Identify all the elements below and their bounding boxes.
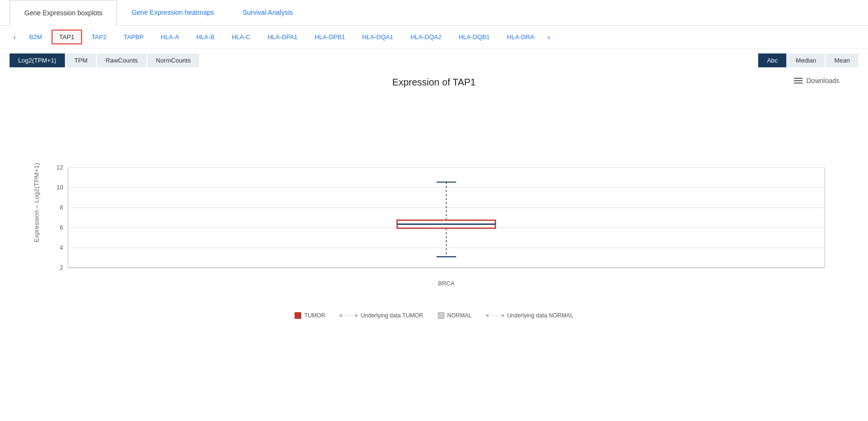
y-tick-4: 4 — [60, 244, 63, 251]
gene-tab-hla-b[interactable]: HLA-B — [189, 30, 222, 44]
gene-tab-hla-a[interactable]: HLA-A — [153, 30, 187, 44]
gene-tabs-list: B2MTAP1TAP2TAPBPHLA-AHLA-BHLA-CHLA-DPA1H… — [21, 30, 542, 44]
y-tick-6: 6 — [60, 224, 63, 231]
underlying-normal-dot — [486, 314, 489, 317]
nav-gene-expression-heatmaps[interactable]: Gene Expression heatmaps — [117, 0, 228, 25]
underlying-tumor-dot — [339, 314, 342, 317]
gene-tab-hla-dra[interactable]: HLA-DRA — [499, 30, 542, 44]
x-axis-label: BRCA — [438, 280, 455, 287]
legend-normal-box — [438, 312, 445, 319]
gene-tabs-container: ‹ B2MTAP1TAP2TAPBPHLA-AHLA-BHLA-CHLA-DPA… — [0, 26, 868, 49]
underlying-normal-dot2 — [501, 314, 504, 317]
gene-tabs-next-arrow[interactable]: › — [544, 31, 554, 43]
y-tick-10: 10 — [56, 184, 63, 191]
nav-gene-expression-boxplots[interactable]: Gene Expression boxplots — [10, 0, 117, 26]
gene-tab-hla-dpb1[interactable]: HLA-DPB1 — [307, 30, 353, 44]
underlying-tumor-dot2 — [355, 314, 358, 317]
gene-tab-hla-dqa1[interactable]: HLA-DQA1 — [355, 30, 401, 44]
legend-underlying-normal: Underlying data NORMAL — [486, 312, 573, 319]
chart-container: Expression – Log2(TPM+1) 2 4 6 8 10 12 — [29, 97, 839, 298]
legend-underlying-tumor-label: Underlying data TUMOR — [360, 312, 423, 319]
legend-normal-label: NORMAL — [447, 312, 472, 319]
legend-underlying-normal-label: Underlying data NORMAL — [507, 312, 573, 319]
controls-row: Log2(TPM+1)TPMRawCountsNormCounts AbcMed… — [0, 49, 868, 72]
data-type-btn-rawcounts[interactable]: RawCounts — [97, 53, 146, 67]
downloads-label: Downloads — [806, 77, 839, 84]
sort-btn-abc[interactable]: Abc — [758, 53, 786, 67]
chart-svg: Expression – Log2(TPM+1) 2 4 6 8 10 12 — [29, 97, 839, 298]
gene-tab-hla-c[interactable]: HLA-C — [224, 30, 258, 44]
y-tick-12: 12 — [56, 164, 63, 171]
downloads-button[interactable]: Downloads — [794, 77, 839, 84]
data-type-btn-normcounts[interactable]: NormCounts — [148, 53, 200, 67]
downloads-icon — [794, 78, 803, 84]
data-type-btn-log2tpm[interactable]: Log2(TPM+1) — [10, 53, 65, 67]
gene-tab-hla-dqb1[interactable]: HLA-DQB1 — [451, 30, 498, 44]
legend-tumor-box — [295, 312, 301, 319]
top-navigation: Gene Expression boxplots Gene Expression… — [0, 0, 868, 26]
gene-tab-tap1[interactable]: TAP1 — [52, 30, 82, 44]
gene-tab-tap2[interactable]: TAP2 — [84, 30, 115, 44]
data-type-btn-tpm[interactable]: TPM — [66, 53, 96, 67]
gene-tab-hla-dqa2[interactable]: HLA-DQA2 — [403, 30, 449, 44]
legend-row: TUMOR Underlying data TUMOR NORMAL Under… — [0, 312, 868, 319]
chart-title: Expression of TAP1 — [29, 77, 839, 88]
legend-tumor-label: TUMOR — [304, 312, 325, 319]
underlying-tumor-line — [344, 316, 353, 316]
nav-survival-analysis[interactable]: Survival Analysis — [228, 0, 307, 25]
gene-tab-tapbp[interactable]: TAPBP — [116, 30, 151, 44]
chart-area: Expression of TAP1 Downloads Expression … — [0, 72, 868, 307]
legend-underlying-tumor: Underlying data TUMOR — [339, 312, 423, 319]
gene-tab-b2m[interactable]: B2M — [21, 30, 50, 44]
gene-tabs-prev-arrow[interactable]: ‹ — [10, 31, 20, 43]
sort-btn-mean[interactable]: Mean — [826, 53, 858, 67]
underlying-normal-icon — [486, 314, 504, 317]
underlying-normal-line — [490, 316, 500, 316]
y-tick-2: 2 — [60, 264, 63, 271]
y-axis-label: Expression – Log2(TPM+1) — [33, 163, 40, 242]
gene-tab-hla-dpa1[interactable]: HLA-DPA1 — [260, 30, 305, 44]
data-type-buttons: Log2(TPM+1)TPMRawCountsNormCounts — [10, 53, 199, 67]
underlying-tumor-icon — [339, 314, 358, 317]
legend-normal: NORMAL — [438, 312, 472, 319]
y-tick-8: 8 — [60, 204, 63, 211]
sort-buttons: AbcMedianMean — [758, 53, 858, 67]
legend-tumor: TUMOR — [295, 312, 325, 319]
sort-btn-median[interactable]: Median — [787, 53, 825, 67]
